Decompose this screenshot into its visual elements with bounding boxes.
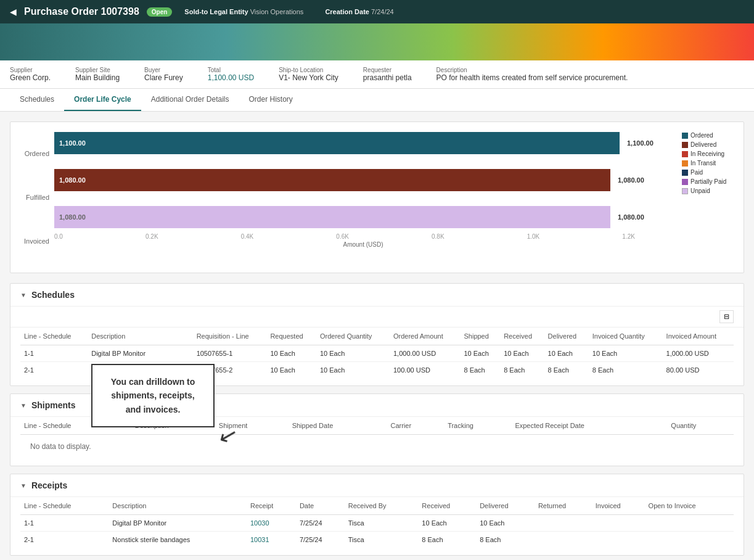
chart-bars: 1,100.00 1,100.00 1,080.00 1,080.00 — [54, 132, 672, 228]
supplier-label: Supplier — [10, 67, 51, 73]
ordered-bar: 1,100.00 1,100.00 — [54, 132, 620, 154]
legend-ordered: Ordered — [682, 132, 734, 139]
schedules-table: Line - Schedule Description Requisition … — [20, 327, 734, 378]
tab-order-history[interactable]: Order History — [239, 89, 302, 111]
legend-partially-paid: Partially Paid — [682, 178, 734, 185]
ship-to-info: Ship-to Location V1- New York City — [279, 67, 338, 82]
buyer-label: Buyer — [144, 67, 183, 73]
supplier-site-info: Supplier Site Main Building — [75, 67, 120, 82]
ship-col-shipped-date: Shipped Date — [289, 417, 387, 435]
receipt-link[interactable]: 10030 — [250, 519, 269, 527]
ship-col-tracking: Tracking — [444, 417, 511, 435]
receipts-section: ▼ Receipts Line - Schedule Description R… — [10, 474, 744, 556]
col-delivered: Delivered — [544, 327, 589, 345]
fulfilled-label: Fulfilled — [20, 194, 49, 201]
schedules-columns-button[interactable]: ⊟ — [719, 310, 734, 323]
rec-col-description: Description — [109, 497, 247, 515]
description-value: PO for health items created from self se… — [436, 73, 628, 82]
legend-unpaid: Unpaid — [682, 187, 734, 194]
col-requisition-line: Requisition - Line — [193, 327, 267, 345]
fulfilled-bar-end: 1,080.00 — [618, 176, 644, 184]
ship-col-description: Description — [131, 417, 215, 435]
shipments-table: Line - Schedule Description Shipment Shi… — [20, 417, 734, 435]
table-row: 1-1 Digital BP Monitor 10030 7/25/24 Tis… — [20, 515, 734, 532]
rec-col-invoiced: Invoiced — [592, 497, 645, 515]
chart-body: 1,100.00 1,100.00 1,080.00 1,080.00 — [54, 132, 672, 263]
chart-section: Ordered Fulfilled Invoiced 1,100.00 1,10… — [10, 121, 744, 273]
tab-order-life-cycle[interactable]: Order Life Cycle — [64, 89, 141, 111]
shipments-chevron: ▼ — [20, 402, 27, 409]
schedules-section-title: Schedules — [31, 290, 75, 300]
schedules-section-header[interactable]: ▼ Schedules — [10, 284, 744, 307]
receipts-header-row: Line - Schedule Description Receipt Date… — [20, 497, 734, 515]
ship-to-value: V1- New York City — [279, 73, 338, 82]
schedules-toolbar: ⊟ — [10, 307, 744, 327]
ordered-row: 1,100.00 1,100.00 — [54, 132, 672, 154]
legend-partially-paid-color — [682, 179, 688, 185]
supplier-value: Green Corp. — [10, 73, 51, 82]
schedules-section: ▼ Schedules ⊟ Line - Schedule Descriptio… — [10, 283, 744, 386]
receipts-table-wrap: Line - Schedule Description Receipt Date… — [10, 497, 744, 555]
chart-row-labels: Ordered Fulfilled Invoiced — [20, 132, 54, 263]
back-button[interactable]: ◀ — [10, 7, 17, 17]
header-meta: Sold-to Legal Entity Vision Operations C… — [184, 8, 413, 15]
ship-col-quantity: Quantity — [667, 417, 734, 435]
col-line-schedule: Line - Schedule — [20, 327, 88, 345]
tab-schedules[interactable]: Schedules — [10, 89, 64, 111]
shipments-section-header[interactable]: ▼ Shipments — [10, 394, 744, 417]
chart-area: Ordered Fulfilled Invoiced 1,100.00 1,10… — [20, 132, 734, 263]
legend-paid: Paid — [682, 169, 734, 176]
ship-to-label: Ship-to Location — [279, 67, 338, 73]
tab-additional-order-details[interactable]: Additional Order Details — [141, 89, 239, 111]
requester-value: prasanthi petla — [363, 73, 412, 82]
ordered-bar-end: 1,100.00 — [627, 139, 654, 147]
invoiced-bar-end: 1,080.00 — [618, 213, 644, 221]
description-label: Description — [436, 67, 628, 73]
fulfilled-bar: 1,080.00 1,080.00 — [54, 169, 610, 191]
rec-col-returned: Returned — [535, 497, 592, 515]
invoiced-row: 1,080.00 1,080.00 — [54, 206, 672, 228]
col-invoiced-qty: Invoiced Quantity — [589, 327, 663, 345]
fulfilled-row: 1,080.00 1,080.00 — [54, 169, 672, 191]
ordered-bar-value: 1,100.00 — [59, 139, 86, 147]
banner-image — [0, 23, 754, 60]
ordered-bar-container: 1,100.00 1,100.00 — [54, 132, 672, 154]
receipts-section-header[interactable]: ▼ Receipts — [10, 474, 744, 497]
page-title: Purchase Order 1007398 — [24, 6, 139, 17]
status-badge: Open — [147, 7, 173, 17]
ship-col-carrier: Carrier — [387, 417, 444, 435]
shipments-section: ▼ Shipments Line - Schedule Description … — [10, 393, 744, 466]
rec-col-delivered: Delivered — [476, 497, 535, 515]
legend-unpaid-color — [682, 188, 688, 194]
col-received: Received — [500, 327, 544, 345]
chart-legend: Ordered Delivered In Receiving In Transi… — [672, 132, 734, 263]
ship-col-line-schedule: Line - Schedule — [20, 417, 131, 435]
shipments-header-row: Line - Schedule Description Shipment Shi… — [20, 417, 734, 435]
col-requested: Requested — [266, 327, 316, 345]
rec-col-received-by: Received By — [345, 497, 419, 515]
tabs-bar: Schedules Order Life Cycle Additional Or… — [0, 89, 754, 112]
buyer-info: Buyer Clare Furey — [144, 67, 183, 82]
ship-col-shipment: Shipment — [215, 417, 289, 435]
supplier-info: Supplier Green Corp. — [10, 67, 51, 82]
rec-col-line-schedule: Line - Schedule — [20, 497, 109, 515]
shipments-section-title: Shipments — [31, 400, 76, 410]
col-shipped: Shipped — [460, 327, 500, 345]
rec-col-date: Date — [296, 497, 345, 515]
col-description: Description — [88, 327, 192, 345]
table-row: 2-1 Nonstick sterile bandages 10507655-2… — [20, 362, 734, 379]
sold-to-label: Sold-to Legal Entity Vision Operations — [184, 8, 313, 15]
supplier-site-value: Main Building — [75, 73, 120, 82]
legend-ordered-color — [682, 133, 688, 139]
total-value: 1,100.00 USD — [208, 73, 254, 82]
receipt-link[interactable]: 10031 — [250, 536, 269, 543]
total-label: Total — [208, 67, 254, 73]
ship-col-expected-receipt-date: Expected Receipt Date — [511, 417, 667, 435]
legend-paid-color — [682, 170, 688, 176]
rec-col-receipt: Receipt — [247, 497, 296, 515]
main-content: Ordered Fulfilled Invoiced 1,100.00 1,10… — [0, 112, 754, 560]
receipts-chevron: ▼ — [20, 482, 27, 489]
shipments-table-wrap: Line - Schedule Description Shipment Shi… — [10, 417, 744, 466]
col-ordered-amount: Ordered Amount — [390, 327, 461, 345]
receipts-table: Line - Schedule Description Receipt Date… — [20, 497, 734, 548]
